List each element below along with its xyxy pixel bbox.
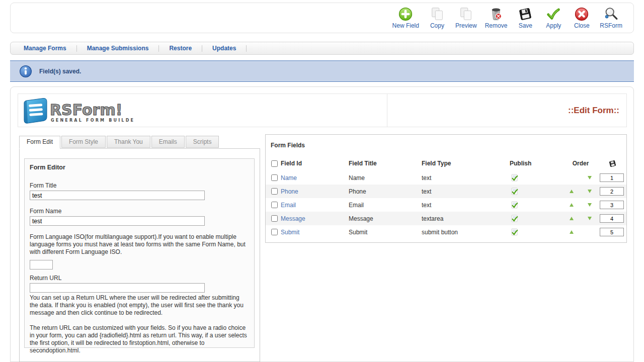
rsform-button[interactable]: RSForm: [600, 7, 622, 29]
logo-title: RSForm!: [50, 101, 122, 119]
return-url-note-2: The return URL can be customized with yo…: [30, 324, 249, 354]
page: New Field Copy Preview Remove: [0, 0, 644, 362]
field-type-cell: text: [422, 174, 510, 182]
info-icon: [19, 65, 32, 78]
field-title-cell: Name: [349, 174, 422, 182]
column-field-type: Field Type: [422, 160, 510, 167]
close-icon: [574, 7, 589, 22]
tab-bar: Form Edit Form Style Thank You Emails Sc…: [19, 136, 220, 148]
order-input[interactable]: [600, 214, 624, 223]
save-order-icon[interactable]: [609, 160, 616, 167]
toolbar-button-label: Preview: [455, 22, 477, 29]
toolbar-button-label: Save: [519, 22, 532, 29]
published-icon[interactable]: [511, 228, 519, 236]
apply-icon: [546, 7, 561, 22]
submenu-bar: Manage Forms Manage Submissions Restore …: [10, 42, 634, 55]
form-title-input[interactable]: [30, 191, 205, 200]
row-checkbox[interactable]: [271, 188, 278, 195]
toolbar-button-label: RSForm: [600, 22, 622, 29]
form-title-label: Form Title: [30, 182, 249, 189]
move-down-icon[interactable]: [588, 176, 592, 179]
field-id-link[interactable]: Email: [281, 202, 296, 209]
move-down-icon[interactable]: [588, 203, 592, 207]
language-iso-note: Form Language ISO(for multilanguage supp…: [30, 233, 249, 256]
remove-button[interactable]: Remove: [485, 7, 508, 29]
row-checkbox[interactable]: [271, 174, 278, 181]
field-id-link[interactable]: Message: [281, 215, 305, 222]
menu-item-restore[interactable]: Restore: [159, 45, 202, 52]
save-button[interactable]: Save: [515, 7, 535, 29]
form-fields-panel: Form Fields Field Id Field Title Field T…: [265, 134, 627, 243]
logo-subtitle: GENERAL FORM BUILDER: [51, 118, 134, 123]
close-button[interactable]: Close: [572, 7, 592, 29]
published-icon[interactable]: [511, 201, 519, 209]
form-editor-title: Form Editor: [30, 164, 249, 171]
language-iso-input[interactable]: [30, 260, 53, 269]
menu-item-updates[interactable]: Updates: [202, 45, 246, 52]
preview-button[interactable]: Preview: [455, 7, 477, 29]
toolbar-button-label: New Field: [392, 22, 419, 29]
table-row: Email Email text: [266, 198, 626, 212]
table-body: Name Name text Phone Phone text: [266, 171, 626, 239]
remove-icon: [489, 7, 504, 22]
copy-button[interactable]: Copy: [427, 7, 447, 29]
move-down-icon[interactable]: [588, 217, 592, 220]
preview-icon: [458, 7, 473, 22]
published-icon[interactable]: [511, 174, 519, 182]
move-up-icon[interactable]: [570, 203, 574, 207]
published-icon[interactable]: [511, 188, 519, 196]
field-id-link[interactable]: Name: [281, 174, 297, 182]
tab-scripts[interactable]: Scripts: [186, 136, 219, 148]
row-checkbox[interactable]: [271, 215, 278, 222]
menu-item-manage-submissions[interactable]: Manage Submissions: [77, 45, 159, 52]
component-header: RSForm! GENERAL FORM BUILDER ::Edit Form…: [18, 94, 627, 127]
field-title-cell: Email: [349, 202, 422, 209]
tab-emails[interactable]: Emails: [151, 136, 185, 148]
toolbar-button-label: Copy: [430, 22, 444, 29]
order-input[interactable]: [600, 228, 624, 236]
return-url-note-1: You can set up a Return URL where the us…: [30, 294, 249, 317]
return-url-input[interactable]: [30, 283, 205, 293]
toolbar-button-label: Apply: [546, 22, 561, 29]
row-checkbox[interactable]: [271, 202, 278, 208]
field-type-cell: textarea: [422, 215, 510, 222]
field-title-cell: Submit: [349, 229, 422, 236]
toolbar-button-label: Close: [574, 22, 590, 29]
published-icon[interactable]: [511, 215, 519, 223]
tab-form-edit[interactable]: Form Edit: [19, 136, 60, 149]
move-up-icon[interactable]: [570, 217, 574, 220]
save-icon: [518, 7, 533, 22]
field-type-cell: submit button: [422, 229, 510, 236]
system-message: Field(s) saved.: [10, 60, 634, 82]
order-input[interactable]: [600, 201, 624, 209]
row-checkbox[interactable]: [271, 229, 278, 235]
move-down-icon[interactable]: [588, 190, 592, 193]
apply-button[interactable]: Apply: [543, 7, 564, 29]
move-up-icon[interactable]: [570, 190, 574, 193]
order-input[interactable]: [600, 173, 624, 182]
form-name-input[interactable]: [30, 216, 205, 226]
field-title-cell: Phone: [349, 188, 422, 195]
new-field-icon: [398, 7, 413, 22]
toolbar: New Field Copy Preview Remove: [10, 3, 634, 33]
rsform-logo: RSForm! GENERAL FORM BUILDER: [21, 96, 134, 125]
select-all-checkbox[interactable]: [271, 160, 278, 167]
copy-icon: [430, 7, 445, 22]
field-id-link[interactable]: Phone: [281, 188, 298, 195]
menu-item-manage-forms[interactable]: Manage Forms: [24, 45, 76, 52]
tab-form-style[interactable]: Form Style: [61, 136, 106, 148]
magnifier-icon: [604, 7, 619, 22]
table-row: Phone Phone text: [266, 185, 626, 198]
tab-thank-you[interactable]: Thank You: [107, 136, 150, 148]
new-field-button[interactable]: New Field: [392, 7, 419, 29]
order-input[interactable]: [600, 187, 624, 196]
page-title: ::Edit Form::: [568, 106, 619, 116]
field-id-link[interactable]: Submit: [281, 229, 299, 236]
message-text: Field(s) saved.: [39, 68, 81, 75]
table-header-row: Field Id Field Title Field Type Publish …: [266, 156, 626, 171]
return-url-label: Return URL: [30, 275, 249, 282]
field-type-cell: text: [422, 188, 510, 195]
logo-cell: RSForm! GENERAL FORM BUILDER: [18, 94, 387, 127]
move-up-icon[interactable]: [570, 230, 574, 234]
field-title-cell: Message: [349, 215, 422, 222]
